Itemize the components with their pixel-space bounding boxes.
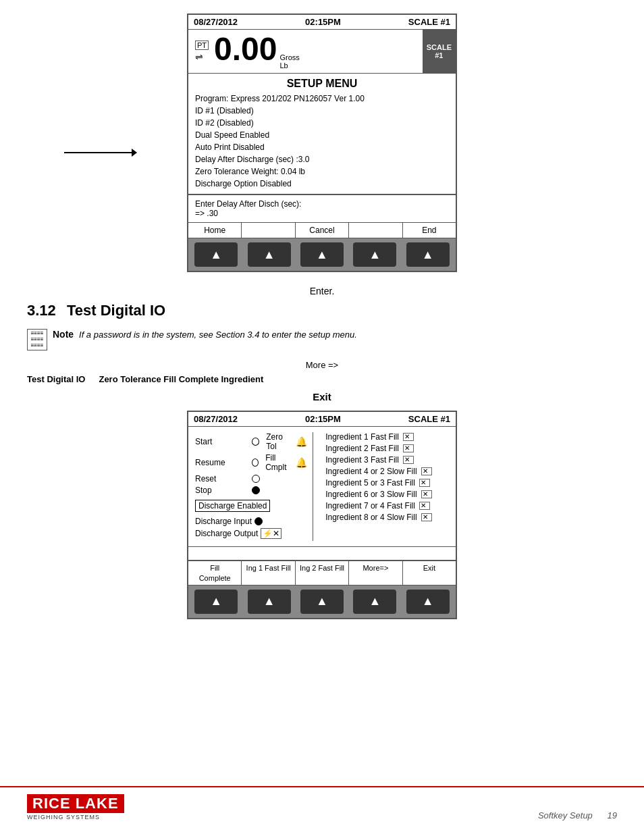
zero-icon: ⇌ [195,51,209,62]
screen2-softkey-labels: FillComplete Ing 1 Fast Fill Ing 2 Fast … [188,561,456,585]
note-label: Note [53,329,74,340]
ing6-label: Ingredient 6 or 3 Slow Fill [325,490,417,499]
discharge-input-label: Discharge Input [195,517,252,526]
discharge-enabled-row: Discharge Enabled [195,498,307,514]
start-row: Start Zero Tol 🔔 [195,432,307,451]
logo-sub: WEIGHING SYSTEMS [27,814,100,820]
discharge-input-row: Discharge Input [195,517,307,526]
exit-label: Exit [27,391,617,402]
screen1-softkey-labels: Home Cancel End [188,222,456,238]
gross-label: Gross [279,53,299,61]
softkey-btn-3[interactable]: ▲ [300,242,344,267]
zero-tol-label: Zero Tol [266,432,293,451]
screen2-left: Start Zero Tol 🔔 Resume Fill Cmplt 🔔 Res… [195,432,313,541]
screen1-softkey-buttons: ▲ ▲ ▲ ▲ ▲ [188,238,456,271]
discharge-output-symbol: ⚡✕ [261,528,281,539]
footer-page-label: Softkey Setup [538,810,593,820]
ing4-row: Ingredient 4 or 2 Slow Fill [325,467,449,476]
more-line: More => [27,360,617,370]
screen1-scale-badge: SCALE#1 [423,30,456,73]
zero-tol-indicator: 🔔 [296,436,307,447]
reset-row: Reset [195,474,307,484]
ing8-label: Ingredient 8 or 4 Slow Fill [325,513,417,522]
ing2-label: Ingredient 2 Fast Fill [325,444,399,453]
zero-tol-line: Zero Tolerance Weight: 0.04 lb [195,165,449,178]
note-content: Note If a password is in the system, see… [53,329,357,340]
weight-display: 0.00 Gross Lb [214,33,300,70]
screen1-icons: PT ⇌ [195,41,209,62]
screen1-header: 08/27/2012 02:15PM SCALE #1 [188,15,456,30]
delay-line: Delay After Discharge (sec) :3.0 [195,153,449,165]
softkey-btn-2[interactable]: ▲ [248,242,291,267]
start-label: Start [195,437,249,446]
ing6-row: Ingredient 6 or 3 Slow Fill [325,490,449,499]
enter-label: Enter. [27,286,617,296]
screen1-date: 08/27/2012 [194,17,238,27]
ing7-light [419,502,430,510]
screen2-device: 08/27/2012 02:15PM SCALE #1 Start Zero T… [187,411,457,619]
ing6-light [421,490,432,498]
softkey2-fill-complete[interactable]: FillComplete [188,561,242,585]
ing1-row: Ingredient 1 Fast Fill [325,432,449,442]
lb-label: Lb [279,61,299,70]
discharge-output-label: Discharge Output [195,529,258,538]
path-label: Test Digital IO [27,374,85,384]
ing2-row: Ingredient 2 Fast Fill [325,444,449,453]
softkey2-exit[interactable]: Exit [403,561,456,585]
path-options: Zero Tolerance Fill Complete Ingredient [99,374,263,384]
softkey-btn-5[interactable]: ▲ [406,242,450,267]
menu-path: Test Digital IO Zero Tolerance Fill Comp… [27,374,617,384]
dual-speed-line: Dual Speed Enabled [195,129,449,141]
weight-value: 0.00 [214,33,277,66]
stop-circle [252,486,260,494]
ing8-row: Ingredient 8 or 4 Slow Fill [325,513,449,522]
softkey-home[interactable]: Home [188,223,242,238]
setup-menu-title: SETUP MENU [195,78,449,90]
screen1-display-row: PT ⇌ 0.00 Gross Lb SCALE#1 [188,30,456,74]
reset-label: Reset [195,474,249,484]
softkey-cancel[interactable]: Cancel [296,223,349,238]
ing8-light [421,513,432,521]
screen1-time: 02:15PM [305,17,341,27]
section-title: Test Digital IO [67,302,165,319]
screen1-display-main: PT ⇌ 0.00 Gross Lb [188,30,423,73]
ing1-light [403,433,414,441]
section-number: 3.12 [27,302,56,319]
softkey2-ing1[interactable]: Ing 1 Fast Fill [242,561,295,585]
auto-print-line: Auto Print Disabled [195,141,449,153]
screen2-scale: SCALE #1 [408,414,450,424]
softkey2-btn-2[interactable]: ▲ [248,590,291,614]
softkey2-more[interactable]: More=> [349,561,402,585]
pt-icon: PT [195,41,209,50]
screen2-separator [188,547,456,561]
softkey-btn-1[interactable]: ▲ [194,242,238,267]
footer-page-info: Softkey Setup 19 [538,810,617,820]
stop-row: Stop [195,486,307,495]
softkey2-btn-3[interactable]: ▲ [300,590,344,614]
program-line: Program: Express 201/202 PN126057 Ver 1.… [195,93,449,105]
ing2-light [403,444,414,452]
softkey-end[interactable]: End [403,223,456,238]
weight-units: Gross Lb [279,53,299,70]
softkey2-btn-4[interactable]: ▲ [353,590,396,614]
discharge-output-row: Discharge Output ⚡✕ [195,528,307,539]
resume-circle [252,459,259,467]
softkey-btn-4[interactable]: ▲ [353,242,396,267]
screen1-device: 08/27/2012 02:15PM SCALE #1 PT ⇌ 0.00 Gr… [187,14,457,272]
ing4-light [421,467,432,475]
id1-line: ID #1 (Disabled) [195,105,449,117]
ing5-label: Ingredient 5 or 3 Fast Fill [325,478,415,488]
softkey2-btn-1[interactable]: ▲ [194,590,238,614]
setup-menu-section: SETUP MENU Program: Express 201/202 PN12… [188,74,456,194]
softkey2-btn-5[interactable]: ▲ [406,590,450,614]
discharge-enabled-badge: Discharge Enabled [195,500,270,512]
screen2-softkey-buttons: ▲ ▲ ▲ ▲ ▲ [188,585,456,618]
section-heading: 3.12 Test Digital IO [27,302,617,319]
softkey2-ing2[interactable]: Ing 2 Fast Fill [296,561,349,585]
screen1-scale: SCALE #1 [408,17,450,27]
softkey-empty1 [242,223,295,238]
ing7-label: Ingredient 7 or 4 Fast Fill [325,501,415,511]
start-circle [252,438,259,446]
logo-brand: RICE LAKE [27,794,124,813]
reset-circle [252,475,260,483]
